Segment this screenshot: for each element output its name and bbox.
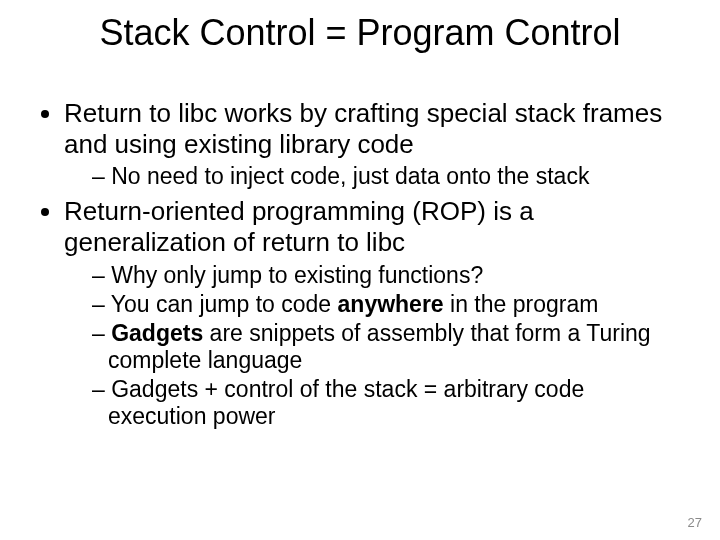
bullet-2-sub-2-bold: anywhere [338, 291, 444, 317]
slide-body: Return to libc works by crafting special… [36, 98, 684, 437]
bullet-2-sub-4-text: Gadgets + control of the stack = arbitra… [108, 376, 584, 429]
bullet-2-sub-1: Why only jump to existing functions? [92, 262, 684, 289]
bullet-2-sub-1-text: Why only jump to existing functions? [111, 262, 483, 288]
bullet-1: Return to libc works by crafting special… [64, 98, 684, 190]
bullet-list: Return to libc works by crafting special… [36, 98, 684, 431]
bullet-1-sublist: No need to inject code, just data onto t… [64, 163, 684, 190]
bullet-2-sub-4: Gadgets + control of the stack = arbitra… [92, 376, 684, 430]
bullet-2-sub-3: Gadgets are snippets of assembly that fo… [92, 320, 684, 374]
bullet-2: Return-oriented programming (ROP) is a g… [64, 196, 684, 430]
bullet-1-sub-1-text: No need to inject code, just data onto t… [111, 163, 589, 189]
slide: Stack Control = Program Control Return t… [0, 0, 720, 540]
page-number: 27 [688, 515, 702, 530]
bullet-2-sub-2-suffix: in the program [444, 291, 599, 317]
bullet-2-sub-2: You can jump to code anywhere in the pro… [92, 291, 684, 318]
bullet-1-text: Return to libc works by crafting special… [64, 98, 662, 159]
bullet-2-text: Return-oriented programming (ROP) is a g… [64, 196, 534, 257]
slide-title: Stack Control = Program Control [0, 12, 720, 54]
bullet-2-sub-3-bold: Gadgets [111, 320, 203, 346]
bullet-2-sublist: Why only jump to existing functions? You… [64, 262, 684, 431]
bullet-2-sub-2-prefix: You can jump to code [111, 291, 338, 317]
bullet-1-sub-1: No need to inject code, just data onto t… [92, 163, 684, 190]
